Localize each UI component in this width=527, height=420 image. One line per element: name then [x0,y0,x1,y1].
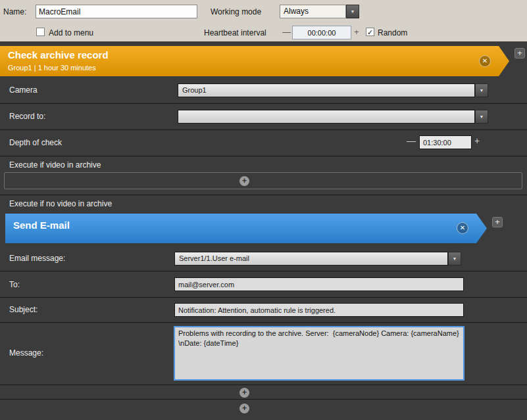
circle-plus-icon: + [242,404,247,413]
chevron-down-icon: ▼ [453,256,457,261]
close-check-archive-button[interactable]: ✕ [479,55,491,67]
plus-icon: + [517,48,522,58]
circle-plus-icon: + [242,176,247,185]
chevron-down-icon: ▼ [480,114,484,119]
add-subaction-button[interactable]: + [492,217,503,227]
check-icon: ✓ [367,28,373,36]
separator [0,156,527,156]
add-email-subaction-button[interactable]: + [239,388,249,398]
check-archive-record-header: Check archive record Group1 | 1 hour 30 … [0,46,509,76]
separator [0,385,527,385]
to-input[interactable] [174,277,464,291]
working-mode-dropdown-button[interactable]: ▼ [346,5,359,18]
add-to-menu-checkbox[interactable] [36,28,45,36]
camera-label: Camera [9,85,38,95]
action-subtitle: Group1 | 1 hour 30 minutes [8,64,96,72]
plus-icon: + [495,217,500,227]
execute-if-video-dropzone [4,172,522,189]
send-email-header: Send E-mail ✕ [5,214,487,243]
separator [0,271,527,271]
add-no-video-action-button[interactable]: + [239,404,249,413]
execute-if-no-video-label: Execute if no video in archive [9,199,112,208]
close-icon: ✕ [460,224,465,231]
circle-plus-icon: + [242,388,247,397]
chevron-down-icon: ▼ [480,88,484,93]
message-textarea[interactable]: Problems with recording to the archive. … [174,327,464,380]
depth-increment[interactable]: + [474,135,480,146]
separator [0,399,527,400]
record-to-select[interactable] [178,110,475,124]
depth-decrement[interactable]: — [407,135,416,146]
separator [0,297,527,298]
message-label: Message: [9,348,43,358]
separator [0,322,527,323]
heartbeat-label: Heartbeat interval [204,28,266,37]
to-label: To: [9,280,20,289]
camera-dropdown-button[interactable]: ▼ [475,83,488,97]
working-mode-label: Working mode [211,7,261,16]
execute-if-video-label: Execute if video in archive [9,160,101,170]
macro-editor: Name: Working mode Always ▼ Add to menu … [0,0,527,420]
name-label: Name: [3,7,26,16]
depth-of-check-label: Depth of check [9,138,62,147]
depth-input[interactable] [419,135,472,149]
add-video-action-button[interactable]: + [239,176,249,186]
subject-label: Subject: [9,305,38,314]
email-message-dropdown-button[interactable]: ▼ [448,252,461,266]
close-send-email-button[interactable]: ✕ [457,222,468,234]
close-icon: ✕ [482,57,488,64]
name-input[interactable] [36,5,197,18]
add-to-menu-label: Add to menu [49,28,93,37]
heartbeat-input[interactable] [292,26,351,39]
separator [0,195,527,195]
random-checkbox[interactable]: ✓ [366,28,374,36]
separator [0,129,527,130]
add-action-button[interactable]: + [514,48,525,58]
record-to-dropdown-button[interactable]: ▼ [475,110,488,124]
heartbeat-decrement[interactable]: — [282,27,291,37]
email-message-label: Email message: [9,254,65,263]
record-to-label: Record to: [9,112,45,121]
random-label: Random [378,28,407,37]
action-title: Check archive record [8,49,109,60]
heartbeat-increment[interactable]: + [354,27,359,37]
working-mode-select[interactable]: Always [280,5,346,18]
chevron-down-icon: ▼ [351,9,355,14]
subject-input[interactable] [174,303,464,317]
separator [0,103,527,104]
email-action-title: Send E-mail [13,220,70,231]
email-message-select[interactable]: Server1/1.User e-mail [174,252,448,266]
camera-select[interactable]: Group1 [178,83,475,97]
macro-toolbar: Name: Working mode Always ▼ Add to menu … [0,0,527,41]
